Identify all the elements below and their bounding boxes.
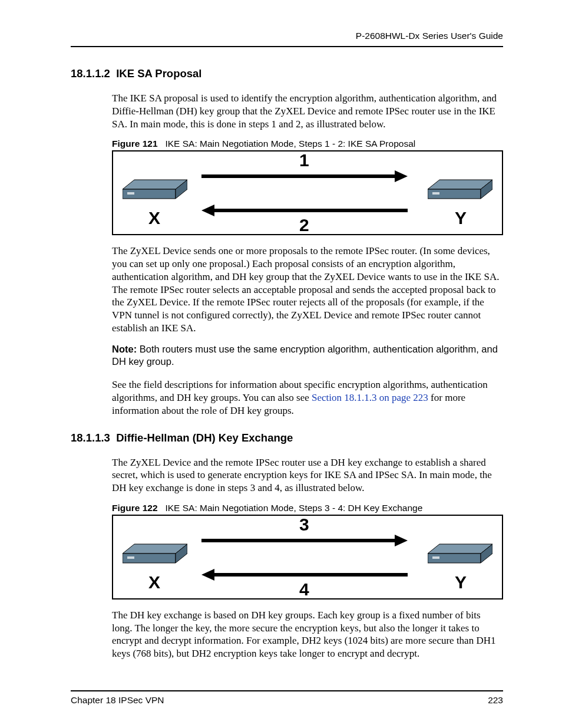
figure-122: X Y 3 4 bbox=[112, 515, 503, 599]
figure-caption-text: IKE SA: Main Negotiation Mode, Steps 3 -… bbox=[165, 503, 422, 513]
svg-marker-9 bbox=[395, 170, 408, 182]
device-left-icon bbox=[123, 179, 187, 205]
note-block: Note: Both routers must use the same enc… bbox=[112, 343, 503, 368]
device-right-icon bbox=[428, 179, 492, 205]
figure-label: Figure 121 bbox=[112, 139, 158, 149]
para-intro-1: The IKE SA proposal is used to identify … bbox=[112, 92, 503, 130]
svg-marker-11 bbox=[201, 205, 214, 216]
section-heading-ike-proposal: 18.1.1.2 IKE SA Proposal bbox=[71, 67, 503, 80]
section-number: 18.1.1.2 bbox=[71, 67, 110, 80]
svg-rect-19 bbox=[432, 556, 439, 559]
footer-chapter: Chapter 18 IPSec VPN bbox=[71, 695, 164, 706]
svg-rect-15 bbox=[127, 556, 134, 559]
svg-rect-3 bbox=[127, 192, 134, 195]
para-intro-2: The ZyXEL Device and the remote IPSec ro… bbox=[112, 456, 503, 495]
section1-body: The IKE SA proposal is used to identify … bbox=[112, 92, 503, 417]
arrow-top-number: 1 bbox=[299, 150, 309, 170]
header-rule bbox=[71, 46, 503, 47]
figure-caption-text: IKE SA: Main Negotiation Mode, Steps 1 -… bbox=[165, 139, 415, 149]
figure-121: X Y 1 2 bbox=[112, 150, 503, 235]
svg-marker-23 bbox=[201, 569, 214, 581]
section-number: 18.1.1.3 bbox=[71, 431, 110, 444]
arrow-bottom-number: 2 bbox=[299, 215, 309, 235]
device-right-label: Y bbox=[455, 208, 467, 228]
arrow-bottom-number: 4 bbox=[299, 579, 309, 599]
cross-ref-link[interactable]: Section 18.1.1.3 on page 223 bbox=[312, 392, 428, 403]
para-see-also: See the field descriptions for informati… bbox=[112, 378, 503, 417]
footer-rule bbox=[71, 690, 503, 691]
note-text: Both routers must use the same encryptio… bbox=[112, 344, 498, 367]
document-page: P-2608HWL-Dx Series User's Guide 18.1.1.… bbox=[0, 0, 562, 728]
figure-label: Figure 122 bbox=[112, 503, 158, 513]
arrow-top-number: 3 bbox=[299, 515, 309, 535]
device-right-label: Y bbox=[455, 572, 467, 592]
device-left-label: X bbox=[148, 572, 160, 592]
device-left-label: X bbox=[148, 208, 160, 228]
section-heading-dh-exchange: 18.1.1.3 Diffie-Hellman (DH) Key Exchang… bbox=[71, 431, 503, 444]
section-title: IKE SA Proposal bbox=[116, 67, 201, 80]
section-title: Diffie-Hellman (DH) Key Exchange bbox=[116, 431, 293, 444]
page-footer: Chapter 18 IPSec VPN 223 bbox=[71, 690, 503, 706]
para-explain-1: The ZyXEL Device sends one or more propo… bbox=[112, 245, 503, 334]
note-label: Note: bbox=[112, 344, 137, 354]
figure-caption-122: Figure 122 IKE SA: Main Negotiation Mode… bbox=[112, 503, 503, 513]
figure-caption-121: Figure 121 IKE SA: Main Negotiation Mode… bbox=[112, 139, 503, 149]
svg-marker-21 bbox=[395, 535, 408, 546]
section2-body: The ZyXEL Device and the remote IPSec ro… bbox=[112, 456, 503, 660]
device-right-icon bbox=[428, 543, 492, 569]
header-guide-title: P-2608HWL-Dx Series User's Guide bbox=[71, 31, 503, 41]
footer-page-number: 223 bbox=[488, 695, 503, 706]
svg-rect-7 bbox=[432, 192, 439, 195]
arrow-right-icon bbox=[201, 533, 408, 548]
device-left-icon bbox=[123, 543, 187, 569]
arrow-right-icon bbox=[201, 169, 408, 183]
para-explain-2: The DH key exchange is based on DH key g… bbox=[112, 609, 503, 660]
